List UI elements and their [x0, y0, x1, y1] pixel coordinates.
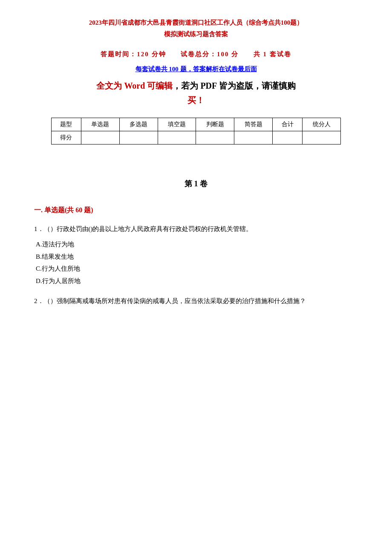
header-section: 2023年四川省成都市大邑县青霞街道洞口社区工作人员（综合考点共100题） 模拟…: [34, 17, 358, 40]
col-multi: 多选题: [119, 118, 158, 131]
question-1: 1．（）行政处罚由()的县以上地方人民政府具有行政处罚权的行政机关管辖。 A.违…: [34, 223, 358, 287]
header-title-line2: 模拟测试练习题含答案: [34, 29, 358, 40]
score-fill: [158, 131, 196, 145]
section-title: 一. 单选题(共 60 题): [34, 206, 358, 215]
col-fill: 填空题: [158, 118, 196, 131]
highlight-line: 每套试卷共 100 题，答案解析在试卷最后面: [34, 65, 358, 73]
row-score-label: 得分: [52, 131, 81, 145]
score-short: [234, 131, 273, 145]
score-table-header-row: 题型 单选题 多选题 填空题 判断题 简答题 合计 统分人: [52, 118, 341, 131]
score-scorer: [303, 131, 341, 145]
question-1-option-d: D.行为人居所地: [36, 275, 358, 287]
sets-label: 共 1 套试卷: [254, 51, 291, 58]
header-title: 2023年四川省成都市大邑县青霞街道洞口社区工作人员（综合考点共100题） 模拟…: [34, 17, 358, 40]
question-1-option-c: C.行为人住所地: [36, 263, 358, 275]
score-judge: [196, 131, 234, 145]
exam-meta: 答题时间：120 分钟 试卷总分：100 分 共 1 套试卷: [34, 50, 358, 58]
col-scorer: 统分人: [303, 118, 341, 131]
question-1-options: A.违法行为地 B.结果发生地 C.行为人住所地 D.行为人居所地: [36, 238, 358, 287]
warning-normal-part: ，若为 PDF 皆为盗版，请谨慎购: [173, 81, 295, 90]
editable-warning: 全文为 Word 可编辑，若为 PDF 皆为盗版，请谨慎购 买！: [34, 78, 358, 107]
total-score-label: 试卷总分：100 分: [181, 51, 239, 58]
score-table-data-row: 得分: [52, 131, 341, 145]
col-judge: 判断题: [196, 118, 234, 131]
header-title-line1: 2023年四川省成都市大邑县青霞街道洞口社区工作人员（综合考点共100题）: [34, 17, 358, 29]
warning-word-part: 全文为 Word 可编辑: [96, 81, 173, 90]
col-short: 简答题: [234, 118, 273, 131]
question-1-text: 1．（）行政处罚由()的县以上地方人民政府具有行政处罚权的行政机关管辖。: [34, 223, 358, 235]
score-multi: [119, 131, 158, 145]
section-title-text: 一. 单选题(共 60 题): [34, 206, 93, 214]
score-table-container: 题型 单选题 多选题 填空题 判断题 简答题 合计 统分人 得分: [51, 118, 341, 145]
question-1-option-a: A.违法行为地: [36, 238, 358, 251]
score-total: [273, 131, 303, 145]
volume-label: 第 1 卷: [184, 179, 208, 188]
score-single: [81, 131, 119, 145]
score-table: 题型 单选题 多选题 填空题 判断题 简答题 合计 统分人 得分: [51, 118, 341, 145]
question-1-option-b: B.结果发生地: [36, 251, 358, 263]
highlight-text: 每套试卷共 100 题，答案解析在试卷最后面: [135, 66, 257, 72]
col-single: 单选题: [81, 118, 119, 131]
volume-divider: 第 1 卷: [34, 179, 358, 189]
warning-line1: 全文为 Word 可编辑，若为 PDF 皆为盗版，请谨慎购: [34, 78, 358, 93]
question-2-text: 2．（）强制隔离戒毒场所对患有传染病的戒毒人员，应当依法采取必要的治疗措施和什么…: [34, 295, 358, 307]
time-label: 答题时间：120 分钟: [101, 51, 166, 58]
col-total: 合计: [273, 118, 303, 131]
col-type: 题型: [52, 118, 81, 131]
warning-line2: 买！: [34, 93, 358, 107]
question-2: 2．（）强制隔离戒毒场所对患有传染病的戒毒人员，应当依法采取必要的治疗措施和什么…: [34, 295, 358, 307]
